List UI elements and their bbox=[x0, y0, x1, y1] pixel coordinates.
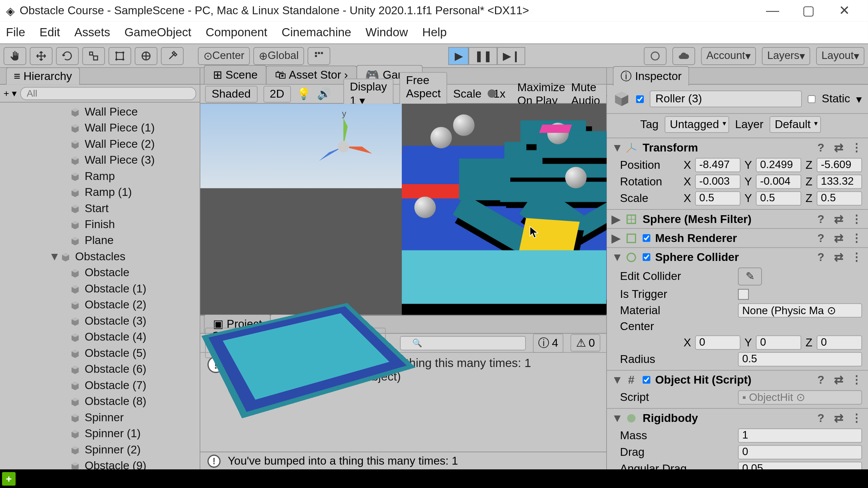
hierarchy-item[interactable]: Obstacle (4) bbox=[0, 329, 200, 345]
hierarchy-tab[interactable]: ≡ Hierarchy bbox=[6, 67, 80, 85]
hierarchy-item[interactable]: Obstacle (6) bbox=[0, 361, 200, 377]
layers-dropdown[interactable]: Layers ▾ bbox=[762, 47, 810, 65]
rotate-tool-button[interactable] bbox=[56, 47, 79, 65]
hierarchy-item[interactable]: Ramp bbox=[0, 168, 200, 184]
layer-dropdown[interactable]: Default bbox=[769, 116, 821, 133]
hierarchy-item[interactable]: Spinner bbox=[0, 409, 200, 425]
audio-icon[interactable]: 🔊 bbox=[317, 87, 331, 101]
preset-icon[interactable]: ⇄ bbox=[832, 141, 845, 154]
hierarchy-item[interactable]: Wall Piece (3) bbox=[0, 152, 200, 168]
pos-x-field[interactable]: -8.497 bbox=[695, 158, 741, 172]
edit-collider-button[interactable]: ✎ bbox=[738, 267, 762, 285]
hierarchy-item[interactable]: Obstacle (3) bbox=[0, 313, 200, 329]
menu-assets[interactable]: Assets bbox=[74, 26, 110, 39]
menu-component[interactable]: Component bbox=[206, 26, 268, 39]
center-x-field[interactable]: 0 bbox=[695, 336, 741, 350]
hierarchy-item[interactable]: Ramp (1) bbox=[0, 184, 200, 200]
scale-tool-button[interactable] bbox=[82, 47, 105, 65]
radius-field[interactable]: 0.5 bbox=[738, 352, 862, 366]
inspector-tab[interactable]: ⓘ Inspector bbox=[613, 66, 689, 86]
2d-toggle[interactable]: 2D bbox=[263, 85, 291, 102]
handle-toggle[interactable]: ⊕ Global bbox=[253, 47, 304, 65]
console-search-input[interactable] bbox=[400, 336, 526, 350]
drag-field[interactable]: 0 bbox=[738, 445, 862, 459]
center-z-field[interactable]: 0 bbox=[817, 336, 862, 350]
cloud-button[interactable] bbox=[672, 47, 695, 65]
scale-z-field[interactable]: 0.5 bbox=[817, 191, 862, 205]
shading-dropdown[interactable]: Shaded bbox=[205, 85, 257, 102]
tab-scene[interactable]: ⊞ Scene bbox=[204, 65, 267, 84]
hierarchy-item[interactable]: Finish bbox=[0, 216, 200, 232]
collab-button[interactable] bbox=[644, 47, 667, 65]
move-tool-button[interactable] bbox=[30, 47, 53, 65]
hierarchy-item[interactable]: Obstacle (2) bbox=[0, 297, 200, 313]
mute-audio-toggle[interactable]: Mute Audio bbox=[571, 81, 600, 107]
scale-x-field[interactable]: 0.5 bbox=[695, 191, 741, 205]
hierarchy-tree[interactable]: Wall PieceWall Piece (1)Wall Piece (2)Wa… bbox=[0, 102, 200, 469]
rect-tool-button[interactable] bbox=[108, 47, 131, 65]
hierarchy-item[interactable]: Wall Piece bbox=[0, 104, 200, 120]
hierarchy-item[interactable]: Wall Piece (2) bbox=[0, 136, 200, 152]
menu-cinemachine[interactable]: Cinemachine bbox=[282, 26, 351, 39]
scale-y-field[interactable]: 0.5 bbox=[756, 191, 801, 205]
hierarchy-item[interactable]: Obstacle (7) bbox=[0, 377, 200, 393]
hierarchy-item[interactable]: Obstacle (1) bbox=[0, 281, 200, 297]
maximize-on-play-toggle[interactable]: Maximize On Play bbox=[517, 81, 565, 107]
account-dropdown[interactable]: Account ▾ bbox=[701, 47, 756, 65]
hierarchy-item[interactable]: ▼Obstacles bbox=[0, 248, 200, 264]
hierarchy-item[interactable]: Obstacle bbox=[0, 265, 200, 281]
step-button[interactable]: ▶❙ bbox=[497, 47, 526, 65]
is-trigger-checkbox[interactable] bbox=[738, 289, 749, 300]
rot-z-field[interactable]: 133.32 bbox=[817, 175, 862, 189]
layout-dropdown[interactable]: Layout ▾ bbox=[816, 47, 864, 65]
mass-field[interactable]: 1 bbox=[738, 428, 862, 443]
hierarchy-item[interactable]: Obstacle (5) bbox=[0, 345, 200, 361]
menu-window[interactable]: Window bbox=[366, 26, 408, 39]
hierarchy-item[interactable]: Wall Piece (1) bbox=[0, 120, 200, 136]
scene-view[interactable]: y bbox=[200, 104, 402, 314]
pos-z-field[interactable]: -5.609 bbox=[817, 158, 862, 172]
menu-icon[interactable]: ⋮ bbox=[850, 141, 863, 154]
rot-y-field[interactable]: -0.004 bbox=[756, 175, 801, 189]
hand-tool-button[interactable] bbox=[4, 47, 26, 65]
gameobject-active-checkbox[interactable] bbox=[636, 95, 644, 103]
static-checkbox[interactable] bbox=[808, 95, 816, 103]
play-button[interactable]: ▶ bbox=[449, 47, 469, 65]
menu-gameobject[interactable]: GameObject bbox=[124, 26, 191, 39]
console-warn-count[interactable]: ⚠ 0 bbox=[571, 334, 600, 351]
hierarchy-item[interactable]: Spinner (2) bbox=[0, 442, 200, 458]
window-maximize-button[interactable]: ▢ bbox=[790, 3, 826, 19]
physic-material-field[interactable]: None (Physic Ma ⊙ bbox=[738, 303, 862, 318]
hierarchy-item[interactable]: Start bbox=[0, 200, 200, 216]
snap-button[interactable] bbox=[308, 47, 330, 65]
menu-edit[interactable]: Edit bbox=[39, 26, 60, 39]
nvidia-tray-icon[interactable]: + bbox=[2, 472, 16, 486]
hierarchy-search-input[interactable] bbox=[20, 87, 196, 100]
hierarchy-item[interactable]: Plane bbox=[0, 232, 200, 248]
center-y-field[interactable]: 0 bbox=[756, 336, 801, 350]
windows-taskbar[interactable]: + bbox=[0, 469, 868, 488]
game-view[interactable] bbox=[402, 104, 606, 314]
script-field[interactable]: ▪ ObjectHit ⊙ bbox=[738, 390, 862, 405]
window-close-button[interactable]: ✕ bbox=[826, 3, 862, 19]
rot-x-field[interactable]: -0.003 bbox=[695, 175, 741, 189]
custom-tool-button[interactable] bbox=[161, 47, 184, 65]
mesh-filter-icon bbox=[625, 212, 638, 226]
tag-dropdown[interactable]: Untagged bbox=[665, 116, 729, 133]
window-minimize-button[interactable]: — bbox=[755, 3, 790, 19]
pause-button[interactable]: ❚❚ bbox=[469, 47, 497, 65]
hierarchy-item[interactable]: Obstacle (8) bbox=[0, 393, 200, 409]
pos-y-field[interactable]: 0.2499 bbox=[756, 158, 801, 172]
create-dropdown[interactable]: + ▾ bbox=[4, 87, 17, 99]
hierarchy-item[interactable]: Obstacle (9) bbox=[0, 458, 200, 469]
help-icon[interactable]: ? bbox=[814, 141, 828, 154]
lighting-icon[interactable]: 💡 bbox=[297, 87, 311, 101]
menu-help[interactable]: Help bbox=[422, 26, 447, 39]
pivot-toggle[interactable]: ⊙ Center bbox=[198, 47, 250, 65]
orientation-gizmo-icon[interactable]: y bbox=[308, 111, 379, 182]
console-info-count[interactable]: ⓘ 4 bbox=[533, 333, 564, 352]
hierarchy-item[interactable]: Spinner (1) bbox=[0, 425, 200, 441]
gameobject-name-field[interactable] bbox=[650, 90, 802, 107]
menu-file[interactable]: File bbox=[6, 26, 25, 39]
transform-tool-button[interactable] bbox=[135, 47, 157, 65]
